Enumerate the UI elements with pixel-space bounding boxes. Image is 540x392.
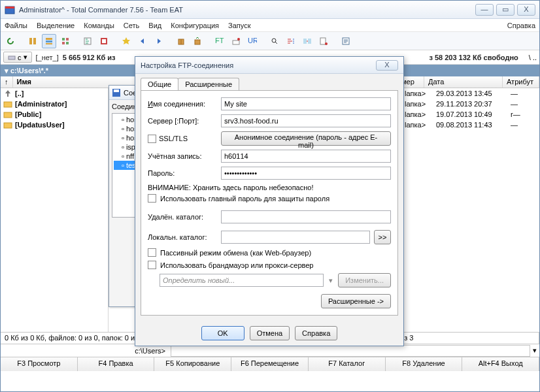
menu-config[interactable]: Конфигурация: [171, 22, 219, 29]
svg-rect-8: [66, 38, 69, 41]
col-attr[interactable]: Атрибут: [503, 76, 539, 88]
list-item[interactable]: lапка>09.08.2013 11:43—: [399, 120, 539, 130]
checkbox-passive[interactable]: [148, 248, 156, 257]
menu-commands[interactable]: Команды: [84, 22, 114, 29]
function-bar: F3 Просмотр F4 Правка F5 Копирование F6 …: [1, 357, 539, 371]
checkbox-proxy[interactable]: [148, 261, 156, 269]
notepad-icon[interactable]: [339, 34, 353, 48]
app-icon: [5, 5, 15, 15]
copy-names-icon[interactable]: [316, 34, 331, 48]
f6-button[interactable]: F6 Перемещение: [231, 357, 309, 371]
left-file-list[interactable]: [..] [Administrator] [Public] [UpdatusUs…: [1, 88, 108, 332]
menubar: Файлы Выделение Команды Сеть Вид Конфигу…: [1, 19, 539, 32]
menu-files[interactable]: Файлы: [5, 22, 27, 29]
lbl-server: Сервер [:Порт]:: [148, 117, 217, 125]
forward-icon[interactable]: [152, 34, 166, 48]
close-button[interactable]: X: [517, 4, 535, 16]
menu-help[interactable]: Справка: [507, 22, 535, 29]
tabs: Общие Расширенные: [135, 74, 403, 90]
star-icon[interactable]: [119, 34, 133, 48]
list-item[interactable]: [UpdatusUser]: [1, 120, 108, 130]
svg-rect-4: [46, 38, 52, 40]
input-local[interactable]: [221, 231, 370, 244]
col-date[interactable]: Дата: [424, 76, 503, 88]
input-user[interactable]: [221, 150, 391, 163]
drive-button-c[interactable]: c ▾: [3, 52, 32, 63]
invert-icon[interactable]: [97, 34, 111, 48]
f4-button[interactable]: F4 Правка: [78, 357, 155, 371]
right-panel: lапка>29.03.2013 13:45— lапка>29.11.2013…: [399, 88, 539, 332]
view-thumb-icon[interactable]: [58, 34, 73, 48]
pack-icon[interactable]: [174, 34, 188, 48]
advanced-button[interactable]: Расширенные ->: [321, 294, 391, 308]
list-item[interactable]: lапка>29.11.2013 20:37—: [399, 99, 539, 109]
checkbox-ssl[interactable]: [148, 135, 156, 143]
dialog-title: Настройка FTP-соединения: [141, 61, 376, 69]
tab-body: Имя соединения: Сервер [:Порт]: SSL/TLS …: [141, 90, 398, 316]
list-item[interactable]: lапка>29.03.2013 13:45—: [399, 88, 539, 99]
tab-advanced[interactable]: Расширенные: [178, 78, 239, 90]
list-item[interactable]: [Administrator]: [1, 99, 108, 109]
menu-selection[interactable]: Выделение: [37, 22, 75, 29]
back-icon[interactable]: [135, 34, 150, 48]
titlebar: Administrator^ - Total Commander 7.56 - …: [1, 1, 539, 19]
tab-general[interactable]: Общие: [141, 78, 178, 90]
server-icon: ▫: [122, 134, 124, 142]
svg-rect-5: [46, 41, 52, 42]
list-item[interactable]: [Public]: [1, 109, 108, 120]
chk-ssl-row[interactable]: SSL/TLS: [148, 135, 217, 143]
checkbox-master[interactable]: [148, 194, 156, 203]
svg-rect-24: [320, 38, 326, 44]
f8-button[interactable]: F8 Удаление: [386, 357, 463, 371]
f5-button[interactable]: F5 Копирование: [154, 357, 231, 371]
input-pass[interactable]: [221, 167, 391, 180]
dialog-close-button[interactable]: X: [376, 60, 398, 71]
input-name[interactable]: [221, 97, 391, 110]
right-file-list[interactable]: lапка>29.03.2013 13:45— lапка>29.11.2013…: [399, 88, 539, 332]
lbl-local: Локальн. каталог:: [148, 233, 217, 241]
svg-rect-9: [62, 42, 65, 44]
path-nav[interactable]: \ ..: [529, 54, 537, 61]
server-icon: ▫: [122, 143, 124, 151]
menu-run[interactable]: Запуск: [228, 22, 250, 29]
ftp-icon[interactable]: FTP: [212, 34, 227, 48]
svg-rect-13: [102, 39, 106, 43]
ok-button[interactable]: OK: [201, 326, 245, 340]
view-brief-icon[interactable]: [25, 34, 40, 48]
multirename-icon[interactable]: [284, 34, 298, 48]
lbl-remote: Удалён. каталог:: [148, 213, 217, 221]
browse-button[interactable]: >>: [374, 230, 391, 244]
maximize-button[interactable]: ▭: [496, 4, 515, 16]
list-item[interactable]: [..]: [1, 88, 108, 99]
anon-button[interactable]: Анонимное соединение (пароль - адрес E-m…: [221, 131, 391, 146]
lbl-proxy: Использовать брандмауэр или прокси-серве…: [160, 261, 314, 269]
proxy-select[interactable]: [160, 274, 324, 287]
svg-rect-27: [8, 56, 15, 59]
cmdline-label: c:\Users>: [1, 346, 171, 356]
list-item[interactable]: lапка>19.07.2013 10:49r—: [399, 109, 539, 120]
ftp-new-icon[interactable]: [229, 34, 243, 48]
url-icon[interactable]: URL: [245, 34, 260, 48]
svg-rect-32: [114, 90, 119, 92]
folder-icon: [3, 120, 12, 129]
tree-icon[interactable]: [80, 34, 95, 48]
help-button[interactable]: Справка: [295, 326, 337, 340]
f3-button[interactable]: F3 Просмотр: [1, 357, 78, 371]
altf4-button[interactable]: Alt+F4 Выход: [462, 357, 539, 371]
menu-net[interactable]: Сеть: [124, 22, 139, 29]
refresh-icon[interactable]: [3, 34, 18, 48]
minimize-button[interactable]: —: [475, 4, 494, 16]
menu-view[interactable]: Вид: [148, 22, 161, 29]
server-icon: ▫: [122, 116, 124, 123]
view-full-icon[interactable]: [42, 34, 56, 48]
input-remote[interactable]: [221, 210, 391, 223]
input-server[interactable]: [221, 114, 391, 127]
unpack-icon[interactable]: [190, 34, 205, 48]
cmdline-input[interactable]: [171, 345, 530, 357]
search-icon[interactable]: [267, 34, 282, 48]
sync-icon[interactable]: [300, 34, 314, 48]
window-title: Administrator^ - Total Commander 7.56 - …: [19, 6, 475, 14]
cancel-button[interactable]: Отмена: [250, 326, 290, 340]
f7-button[interactable]: F7 Каталог: [309, 357, 386, 371]
svg-rect-30: [4, 123, 12, 128]
